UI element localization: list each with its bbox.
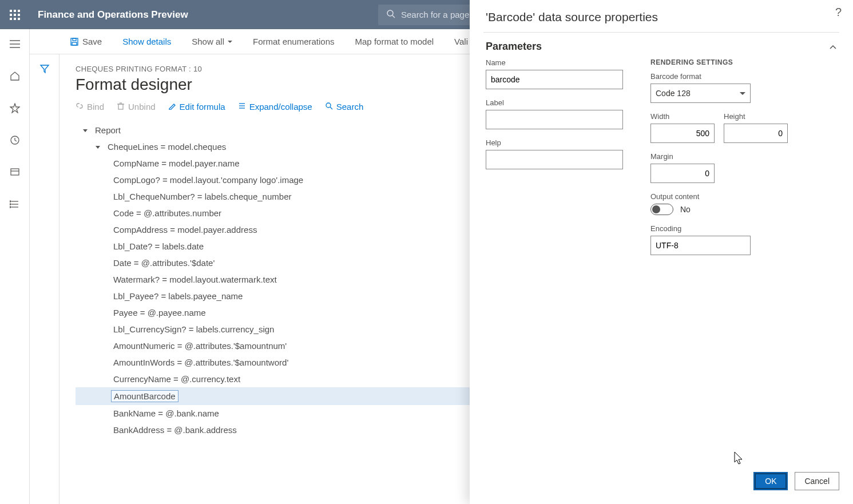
tree-node-label: BankAddress = @.bank.address — [111, 424, 239, 435]
panel-footer: OK Cancel — [470, 472, 853, 504]
svg-point-9 — [387, 10, 393, 16]
tree-node-label: Code = @.attributes.number — [111, 208, 224, 219]
svg-rect-0 — [10, 10, 12, 12]
barcode-format-select[interactable]: Code 128 — [650, 84, 751, 103]
svg-rect-6 — [10, 18, 12, 20]
svg-rect-26 — [118, 104, 123, 109]
label-input[interactable] — [486, 110, 623, 129]
properties-panel: ? 'Barcode' data source properties Param… — [470, 0, 853, 504]
svg-rect-1 — [14, 10, 16, 12]
cancel-button[interactable]: Cancel — [795, 472, 839, 490]
search-button[interactable]: Search — [325, 102, 364, 112]
tree-node-label: Lbl_Payee? = labels.payee_name — [111, 291, 245, 301]
tree-node-label: CompLogo? = model.layout.'company logo'.… — [111, 174, 306, 185]
svg-rect-2 — [18, 10, 20, 12]
field-output-content: Output content No — [650, 192, 837, 215]
link-icon — [76, 102, 84, 112]
svg-rect-8 — [18, 18, 20, 20]
svg-rect-15 — [11, 169, 19, 175]
svg-rect-24 — [73, 38, 76, 41]
tree-node-label: Lbl_ChequeNumber? = labels.cheque_number — [111, 191, 293, 202]
panel-title: 'Barcode' data source properties — [470, 0, 853, 24]
save-button[interactable]: Save — [66, 34, 105, 49]
svg-line-10 — [392, 15, 395, 18]
svg-point-32 — [326, 103, 331, 108]
field-encoding: Encoding — [650, 224, 751, 255]
save-label: Save — [82, 37, 102, 46]
separator — [483, 32, 839, 33]
field-width: Width — [650, 112, 715, 143]
svg-rect-25 — [72, 42, 77, 45]
filter-column — [30, 54, 59, 504]
filter-icon[interactable] — [39, 64, 50, 504]
field-help: Help — [486, 138, 623, 169]
tree-node-label: BankName = @.bank.name — [111, 408, 221, 419]
tree-node-label: AmountNumeric = @.attributes.'$amountnum… — [111, 340, 289, 351]
field-barcode-format: Barcode format Code 128 — [650, 72, 837, 103]
rendering-settings-heading: RENDERING SETTINGS — [650, 58, 837, 66]
help-input[interactable] — [486, 150, 623, 169]
output-content-toggle[interactable] — [650, 204, 673, 215]
svg-point-21 — [10, 204, 11, 205]
validate-button[interactable]: Vali — [451, 34, 471, 49]
modules-icon[interactable] — [5, 194, 25, 215]
save-icon — [70, 37, 79, 46]
trash-icon — [117, 102, 125, 112]
caret-down-icon — [94, 143, 102, 151]
home-icon[interactable] — [5, 66, 25, 86]
encoding-input[interactable] — [650, 236, 751, 255]
field-label: Label — [486, 98, 623, 129]
tree-node-label: Watermark? = model.layout.watermark.text — [111, 274, 279, 285]
show-all-dropdown[interactable]: Show all — [188, 34, 236, 49]
svg-rect-5 — [18, 14, 20, 16]
svg-point-20 — [10, 201, 11, 202]
app-title: Finance and Operations Preview — [30, 9, 188, 21]
tree-node-label: Lbl_Date? = labels.date — [111, 241, 206, 252]
parameters-section-header[interactable]: Parameters — [470, 41, 853, 58]
search-icon — [386, 9, 395, 20]
parameters-heading: Parameters — [486, 41, 542, 53]
search-icon — [325, 102, 333, 112]
svg-point-22 — [10, 207, 11, 208]
width-input[interactable] — [650, 124, 715, 143]
field-margin: Margin — [650, 152, 715, 183]
edit-formula-button[interactable]: Edit formula — [168, 102, 225, 112]
tree-node-label: Date = @.attributes.'$date' — [111, 257, 217, 268]
output-content-value: No — [680, 205, 691, 214]
svg-line-33 — [330, 107, 332, 109]
expand-collapse-button[interactable]: Expand/collapse — [238, 102, 312, 112]
name-input[interactable] — [486, 70, 623, 89]
unbind-button[interactable]: Unbind — [117, 102, 156, 112]
list-icon — [238, 102, 246, 112]
map-format-button[interactable]: Map format to model — [352, 34, 438, 49]
tree-node-label: CompAddress = model.payer.address — [111, 224, 259, 235]
workspaces-icon[interactable] — [5, 162, 25, 182]
ok-button[interactable]: OK — [753, 472, 788, 490]
app-launcher-icon[interactable] — [0, 0, 30, 29]
bind-button[interactable]: Bind — [76, 102, 104, 112]
tree-node-label: CurrencyName = @.currency.text — [111, 374, 243, 384]
favorites-icon[interactable] — [5, 98, 25, 118]
field-name: Name — [486, 58, 623, 89]
tree-node-label: Lbl_CurrencySign? = labels.currency_sign — [111, 324, 276, 335]
chevron-up-icon — [829, 42, 837, 51]
caret-down-icon — [81, 126, 89, 134]
left-rail — [0, 29, 30, 504]
margin-input[interactable] — [650, 164, 715, 183]
help-icon[interactable]: ? — [835, 6, 842, 19]
field-height: Height — [724, 112, 788, 143]
hamburger-icon[interactable] — [5, 34, 25, 54]
tree-node-label: Payee = @.payee.name — [111, 307, 208, 318]
show-details-button[interactable]: Show details — [119, 34, 174, 49]
svg-rect-7 — [14, 18, 16, 20]
format-enum-button[interactable]: Format enumerations — [249, 34, 338, 49]
properties-body: Name Label Help RENDERING SETTINGS Barco… — [470, 58, 853, 264]
pencil-icon — [168, 102, 176, 112]
svg-rect-4 — [14, 14, 16, 16]
height-input[interactable] — [724, 124, 788, 143]
tree-node-label: AmountInWords = @.attributes.'$amountwor… — [111, 357, 291, 368]
tree-node-label: AmountBarcode — [111, 390, 178, 402]
recent-icon[interactable] — [5, 130, 25, 150]
svg-rect-3 — [10, 14, 12, 16]
tree-node-label: CompName = model.payer.name — [111, 158, 242, 169]
